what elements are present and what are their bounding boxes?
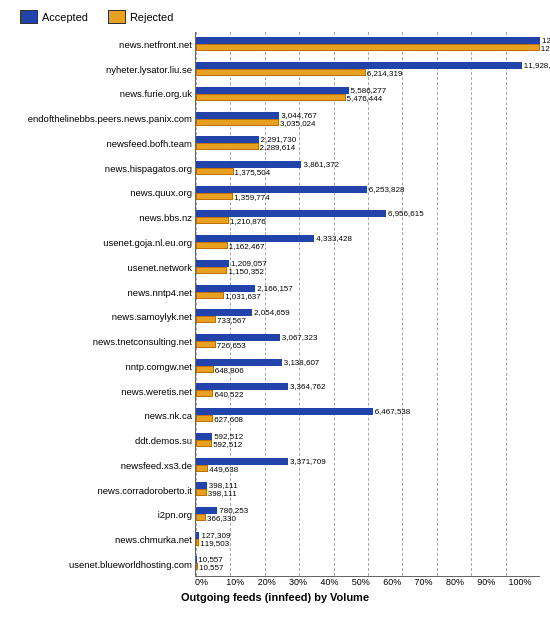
y-label: news.quux.org	[10, 184, 192, 202]
rejected-bar: 10,557	[196, 563, 198, 570]
rejected-bar: 449,638	[196, 465, 208, 472]
bars-wrapper: 12,594,42612,589,38611,928,6976,214,3195…	[196, 32, 540, 576]
y-label: news.bbs.nz	[10, 209, 192, 227]
accepted-bar: 2,054,659	[196, 309, 252, 316]
rejected-value: 1,210,876	[230, 217, 266, 226]
rejected-bar: 1,031,637	[196, 292, 224, 299]
rejected-value: 10,557	[199, 563, 223, 572]
rejected-bar-row: 1,031,637	[196, 292, 540, 299]
y-label: news.nk.ca	[10, 407, 192, 425]
rejected-bar-row: 1,359,774	[196, 193, 540, 200]
rejected-value: 119,503	[200, 539, 229, 548]
rejected-bar-row: 6,214,319	[196, 69, 540, 76]
rejected-bar: 398,111	[196, 489, 207, 496]
bar-group: 6,956,6151,210,876	[196, 208, 540, 226]
chart-container: Accepted Rejected news.netfront.netnyhet…	[0, 0, 550, 630]
rejected-value: 2,289,614	[260, 143, 296, 152]
x-axis-label: 0%	[195, 577, 226, 587]
accepted-bar: 592,512	[196, 433, 212, 440]
rejected-value: 1,150,352	[228, 267, 264, 276]
accepted-bar: 127,309	[196, 532, 199, 539]
accepted-label: Accepted	[42, 11, 88, 23]
x-axis-label: 10%	[226, 577, 257, 587]
rejected-bar: 5,476,444	[196, 94, 346, 101]
chart-area: news.netfront.netnyheter.lysator.liu.sen…	[10, 32, 540, 577]
accepted-bar: 5,586,277	[196, 87, 349, 94]
rejected-bar: 119,503	[196, 539, 199, 546]
y-label: nntp.comgw.net	[10, 357, 192, 375]
accepted-bar-row: 3,044,767	[196, 112, 540, 119]
y-label: news.hispagatos.org	[10, 159, 192, 177]
rejected-bar: 640,522	[196, 390, 213, 397]
accepted-bar-row: 6,253,828	[196, 186, 540, 193]
accepted-bar-row: 2,054,659	[196, 309, 540, 316]
rejected-value: 12,589,386	[541, 44, 550, 53]
accepted-bar: 6,467,538	[196, 408, 373, 415]
accepted-bar: 3,861,372	[196, 161, 301, 168]
bar-group: 398,111398,111	[196, 480, 540, 498]
bar-group: 3,364,762640,522	[196, 381, 540, 399]
x-axis-label: 70%	[415, 577, 446, 587]
rejected-value: 592,512	[213, 440, 242, 449]
accepted-bar-row: 3,138,607	[196, 359, 540, 366]
accepted-bar-row: 592,512	[196, 433, 540, 440]
rejected-bar: 366,330	[196, 514, 206, 521]
rejected-value: 366,330	[207, 514, 236, 523]
y-label: endofthelinebbs.peers.news.panix.com	[10, 110, 192, 128]
y-label: news.nntp4.net	[10, 283, 192, 301]
rejected-bar: 648,806	[196, 366, 214, 373]
accepted-bar-row: 10,557	[196, 556, 540, 563]
y-label: news.netfront.net	[10, 35, 192, 53]
legend-rejected: Rejected	[108, 10, 173, 24]
bar-group: 592,512592,512	[196, 431, 540, 449]
accepted-bar: 3,044,767	[196, 112, 279, 119]
accepted-bar: 1,209,057	[196, 260, 229, 267]
rejected-bar: 6,214,319	[196, 69, 366, 76]
y-label: news.tnetconsulting.net	[10, 333, 192, 351]
x-axis-label: 100%	[509, 577, 540, 587]
rejected-value: 5,476,444	[347, 94, 383, 103]
rejected-bar: 1,359,774	[196, 193, 233, 200]
accepted-bar-row: 1,209,057	[196, 260, 540, 267]
bar-group: 6,467,538627,608	[196, 406, 540, 424]
rejected-bar: 2,289,614	[196, 143, 259, 150]
bar-group: 3,067,323726,653	[196, 332, 540, 350]
accepted-bar: 3,364,762	[196, 383, 288, 390]
rejected-bar: 1,210,876	[196, 217, 229, 224]
accepted-bar-row: 6,467,538	[196, 408, 540, 415]
rejected-bar-row: 1,150,352	[196, 267, 540, 274]
rejected-bar: 592,512	[196, 440, 212, 447]
bars-area: 12,594,42612,589,38611,928,6976,214,3195…	[195, 32, 540, 577]
rejected-value: 3,035,024	[280, 119, 316, 128]
rejected-value: 1,375,504	[235, 168, 271, 177]
rejected-value: 6,214,319	[367, 69, 403, 78]
rejected-value: 398,111	[208, 489, 237, 498]
rejected-color-box	[108, 10, 126, 24]
bar-group: 3,861,3721,375,504	[196, 159, 540, 177]
rejected-value: 449,638	[209, 465, 238, 474]
y-label: ddt.demos.su	[10, 432, 192, 450]
accepted-bar: 2,291,730	[196, 136, 259, 143]
accepted-bar-row: 3,067,323	[196, 334, 540, 341]
x-axis-label: 20%	[258, 577, 289, 587]
rejected-value: 648,806	[215, 366, 244, 375]
rejected-bar-row: 1,162,467	[196, 242, 540, 249]
rejected-bar-row: 640,522	[196, 390, 540, 397]
rejected-bar-row: 3,035,024	[196, 119, 540, 126]
rejected-value: 1,359,774	[234, 193, 270, 202]
rejected-bar-row: 627,608	[196, 415, 540, 422]
bar-group: 3,138,607648,806	[196, 357, 540, 375]
accepted-bar: 398,111	[196, 482, 207, 489]
bar-group: 2,166,1571,031,637	[196, 283, 540, 301]
chart-title: Outgoing feeds (innfeed) by Volume	[10, 591, 540, 603]
x-axis-labels: 0%10%20%30%40%50%60%70%80%90%100%	[195, 577, 540, 587]
y-labels: news.netfront.netnyheter.lysator.liu.sen…	[10, 32, 195, 577]
bar-group: 1,209,0571,150,352	[196, 258, 540, 276]
rejected-bar-row: 12,589,386	[196, 44, 540, 51]
accepted-bar-row: 780,253	[196, 507, 540, 514]
rejected-bar-row: 592,512	[196, 440, 540, 447]
y-label: newsfeed.xs3.de	[10, 456, 192, 474]
rejected-bar-row: 366,330	[196, 514, 540, 521]
y-label: usenet.network	[10, 258, 192, 276]
bar-group: 4,333,4281,162,467	[196, 233, 540, 251]
